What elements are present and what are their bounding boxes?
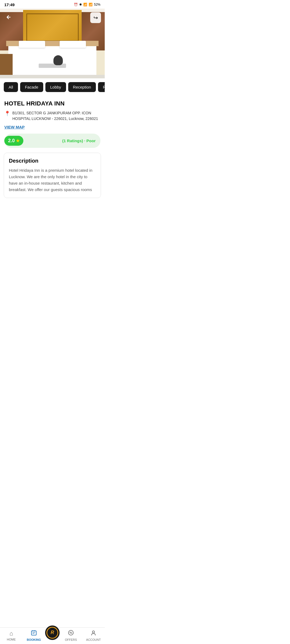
- share-button[interactable]: ↪: [90, 12, 101, 23]
- address-row: 📍 B1/301, SECTOR G JANKIPURAM OPP. ICON …: [4, 110, 100, 122]
- tab-reception[interactable]: Reception: [68, 82, 96, 92]
- tab-all[interactable]: All: [4, 82, 18, 92]
- bluetooth-icon: ✱: [79, 3, 82, 6]
- rating-separator: ·: [84, 138, 86, 143]
- view-map-link[interactable]: VIEW MAP: [4, 125, 100, 129]
- status-icons: ⏰ ✱ 📶 📶 52%: [74, 3, 100, 6]
- rating-value: 2.0: [8, 138, 15, 144]
- tab-facade[interactable]: Facade: [20, 82, 43, 92]
- tab-lobby[interactable]: Lobby: [45, 82, 66, 92]
- signal-icon: 📶: [89, 3, 93, 6]
- location-pin-icon: 📍: [4, 111, 10, 122]
- hotel-address: B1/301, SECTOR G JANKIPURAM OPP. ICON HO…: [12, 110, 100, 122]
- back-button[interactable]: [4, 12, 13, 22]
- description-text: Hotel Hridaya Inn is a premium hotel loc…: [9, 167, 96, 193]
- rating-star-icon: ★: [16, 138, 20, 143]
- battery-label: 52%: [94, 3, 100, 6]
- tab-room[interactable]: Room: [98, 82, 105, 92]
- rating-label: Poor: [86, 138, 96, 143]
- share-icon: ↪: [93, 14, 98, 21]
- status-time: 17:49: [4, 2, 15, 7]
- rating-badge: 2.0 ★: [4, 136, 23, 146]
- category-tabs-container: All Facade Lobby Reception Room: [0, 78, 105, 96]
- status-bar: 17:49 ⏰ ✱ 📶 📶 52%: [0, 0, 105, 9]
- rating-bar: 2.0 ★ (1 Ratings) · Poor: [4, 134, 100, 148]
- description-card: Description Hotel Hridaya Inn is a premi…: [4, 153, 101, 198]
- alarm-icon: ⏰: [74, 3, 78, 6]
- description-title: Description: [9, 158, 96, 164]
- hotel-name: HOTEL HRIDAYA INN: [4, 100, 100, 107]
- rating-count: (1 Ratings): [62, 138, 83, 143]
- hotel-hero-image: ↪: [0, 9, 105, 78]
- hotel-info-section: HOTEL HRIDAYA INN 📍 B1/301, SECTOR G JAN…: [0, 96, 105, 129]
- wifi-icon: 📶: [83, 3, 87, 6]
- rating-summary: (1 Ratings) · Poor: [62, 138, 96, 143]
